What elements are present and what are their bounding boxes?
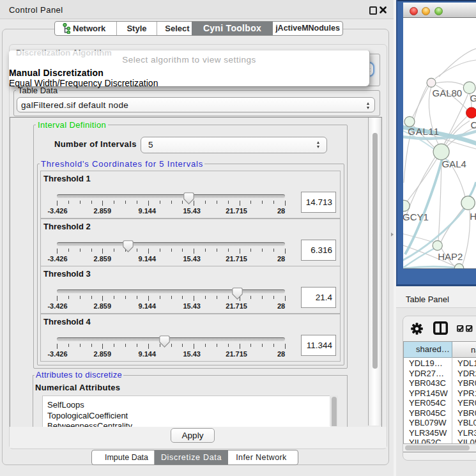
svg-text:H: H (470, 211, 476, 222)
svg-text:GA: GA (470, 93, 476, 104)
svg-text:HAP2: HAP2 (438, 251, 463, 262)
svg-text:C: C (471, 119, 476, 130)
svg-text:GAL11: GAL11 (408, 126, 440, 137)
svg-text:GCY1: GCY1 (403, 211, 429, 222)
svg-text:GAL4: GAL4 (442, 158, 466, 169)
svg-text:GAL80: GAL80 (433, 88, 463, 98)
